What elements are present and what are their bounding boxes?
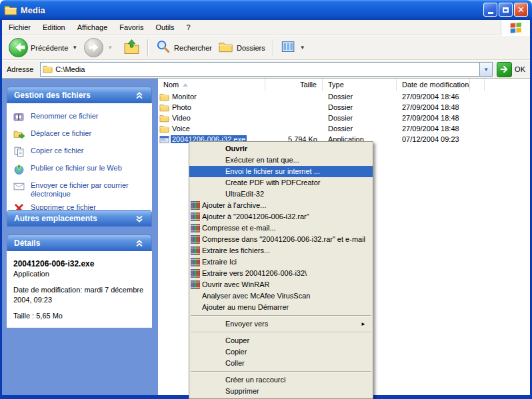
context-menu-item-13[interactable]: Analyser avec McAfee VirusScan	[189, 290, 373, 302]
menu-item-label: Compresse dans "20041206-006-i32.rar" et…	[202, 235, 365, 243]
minimize-button[interactable]	[483, 3, 497, 17]
search-icon	[156, 39, 171, 55]
windows-logo	[501, 20, 530, 35]
forward-dropdown-icon[interactable]: ▼	[107, 45, 113, 51]
context-menu-item-12[interactable]: Ouvrir avec WinRAR	[189, 279, 373, 290]
context-menu-item-14[interactable]: Ajouter au menu Démarrer	[189, 302, 373, 313]
column-header-1[interactable]: Taille	[265, 79, 323, 91]
menu-item-4[interactable]: Outils	[149, 21, 180, 33]
column-header-blank	[470, 79, 485, 91]
menu-separator	[191, 332, 371, 333]
views-button[interactable]: ▼	[278, 39, 309, 57]
menu-item-label: Ouvrir	[225, 145, 247, 153]
context-menu-item-18[interactable]: Couper	[189, 335, 373, 346]
context-menu-item-3[interactable]: Create PDF with PDFCreator	[189, 177, 373, 189]
task-label: Déplacer ce fichier	[31, 129, 91, 138]
folders-icon	[219, 39, 234, 55]
close-button[interactable]: ✕	[514, 3, 528, 17]
go-label: OK	[515, 65, 525, 73]
winrar-icon	[191, 246, 201, 256]
file-name: Photo	[171, 103, 193, 111]
context-menu-item-23[interactable]: Supprimer	[189, 386, 373, 397]
context-menu-item-9[interactable]: Extraire les fichiers...	[189, 245, 373, 256]
search-button[interactable]: Rechercher	[153, 38, 215, 57]
file-name: Monitor	[171, 93, 198, 101]
task-item-4[interactable]: Envoyer ce fichier par courrier électron…	[13, 181, 147, 199]
panel-details-header[interactable]: Détails	[7, 234, 152, 251]
task-label: Publier ce fichier sur le Web	[31, 164, 122, 173]
table-row[interactable]: PhotoDossier27/09/2004 18:48	[158, 102, 530, 113]
task-item-0[interactable]: Renommer ce fichier	[13, 112, 147, 125]
context-menu-item-19[interactable]: Copier	[189, 346, 373, 358]
folders-button[interactable]: Dossiers	[215, 38, 269, 57]
back-dropdown-icon[interactable]: ▼	[72, 45, 77, 51]
table-row[interactable]: VideoDossier27/09/2004 18:48	[158, 113, 530, 123]
window-title: Media	[21, 5, 45, 15]
context-menu-item-1[interactable]: Exécuter en tant que...	[189, 155, 373, 166]
context-menu-item-22[interactable]: Créer un raccourci	[189, 374, 373, 386]
menu-item-1[interactable]: Edition	[37, 21, 71, 33]
context-menu-item-20[interactable]: Coller	[189, 358, 373, 369]
menu-item-0[interactable]: Fichier	[3, 21, 37, 33]
context-menu-item-2[interactable]: Envoi le fichier sur internet ...	[189, 166, 373, 177]
go-button[interactable]	[497, 62, 512, 77]
search-label: Rechercher	[174, 44, 212, 52]
context-menu-item-8[interactable]: Compresse dans "20041206-006-i32.rar" et…	[189, 234, 373, 245]
folders-icon	[219, 39, 234, 56]
up-button[interactable]	[120, 37, 143, 58]
menu-item-3[interactable]: Favoris	[113, 21, 149, 33]
rename-icon	[13, 111, 25, 123]
table-row[interactable]: VoiceDossier27/09/2004 18:48	[158, 123, 530, 134]
back-button[interactable]: Précédente ▼	[5, 37, 81, 59]
panel-other-places-header[interactable]: Autres emplacements	[7, 210, 152, 226]
context-menu-item-4[interactable]: UltraEdit-32	[189, 189, 373, 200]
views-dropdown-icon[interactable]: ▼	[300, 45, 305, 51]
context-menu-item-11[interactable]: Extraire vers 20041206-006-i32\	[189, 268, 373, 279]
column-header-3[interactable]: Date de modification	[397, 79, 470, 91]
menu-separator	[191, 371, 371, 372]
context-menu-item-7[interactable]: Compresse et e-mail...	[189, 222, 373, 234]
chevron-up-icon[interactable]	[134, 237, 145, 250]
task-item-2[interactable]: Copier ce fichier	[13, 147, 147, 159]
menu-item-2[interactable]: Affichage	[71, 21, 114, 33]
context-menu-item-0[interactable]: Ouvrir	[189, 143, 373, 155]
menu-item-label: Extraire vers 20041206-006-i32\	[202, 269, 307, 277]
folder-up-icon	[123, 39, 140, 55]
table-row[interactable]: MonitorDossier27/09/2004 18:46	[158, 91, 530, 102]
folder-icon	[43, 64, 53, 75]
task-item-1[interactable]: Déplacer ce fichier	[13, 129, 147, 142]
menu-item-5[interactable]: ?	[181, 21, 197, 33]
column-header-2[interactable]: Type	[323, 79, 397, 91]
context-menu-item-6[interactable]: Ajouter à "20041206-006-i32.rar"	[189, 211, 373, 222]
panel-other-places: Autres emplacements	[7, 210, 152, 226]
chevron-up-icon[interactable]	[134, 89, 145, 102]
explorer-window: Media ✕ FichierEditionAffichageFavorisOu…	[0, 0, 532, 399]
context-menu-item-5[interactable]: Ajouter à l'archive...	[189, 200, 373, 211]
menu-item-label: UltraEdit-32	[225, 190, 264, 198]
column-header-0[interactable]: Nom	[158, 79, 265, 91]
task-item-3[interactable]: Publier ce fichier sur le Web	[13, 164, 147, 177]
arrow-right-icon	[87, 41, 101, 55]
menu-item-label: Exécuter en tant que...	[225, 156, 299, 164]
details-file-name: 20041206-006-i32.exe	[13, 259, 147, 269]
minimize-icon	[488, 12, 493, 14]
maximize-button[interactable]	[499, 3, 513, 17]
address-input[interactable]: C:\Media ▼	[40, 62, 493, 77]
search-icon	[156, 39, 171, 56]
panel-title: Gestion des fichiers	[14, 91, 91, 100]
context-menu-item-10[interactable]: Extraire Ici	[189, 256, 373, 268]
panel-file-tasks-header[interactable]: Gestion des fichiers	[7, 87, 152, 103]
column-label: Nom	[163, 79, 179, 91]
winrar-icon	[191, 257, 201, 267]
file-type: Dossier	[323, 114, 397, 122]
chevron-up-icon	[134, 89, 145, 100]
winrar-icon	[191, 212, 201, 222]
go-arrow-icon	[499, 63, 511, 75]
address-dropdown-button[interactable]: ▼	[479, 63, 492, 76]
chevron-down-icon[interactable]	[134, 212, 145, 225]
folder-icon	[43, 64, 53, 74]
context-menu-item-16[interactable]: Envoyer vers►	[189, 318, 373, 330]
details-file-type: Application	[13, 269, 147, 279]
menu-item-label: Ouvrir avec WinRAR	[202, 280, 269, 288]
forward-button[interactable]: ▼	[81, 37, 116, 59]
